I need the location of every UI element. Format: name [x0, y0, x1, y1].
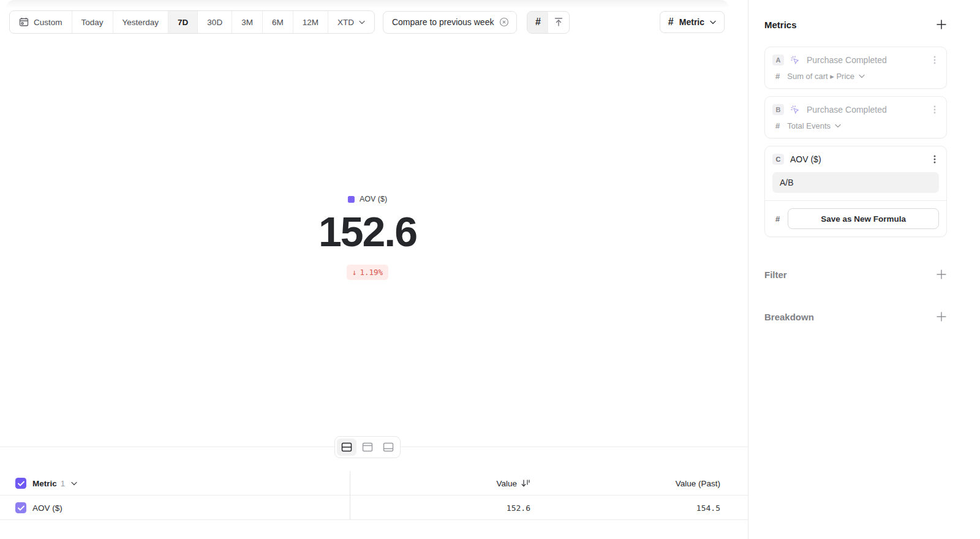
date-range-7d[interactable]: 7D: [168, 11, 198, 33]
table-header-metric-cell: Metric 1: [0, 471, 350, 496]
date-range-custom[interactable]: Custom: [10, 11, 72, 33]
chevron-down-icon: [835, 124, 841, 128]
date-range-yesterday[interactable]: Yesterday: [113, 11, 169, 33]
aggregation-selector[interactable]: Sum of cart ▸ Price: [787, 72, 865, 81]
filter-section-title: Filter: [764, 270, 787, 280]
hash-aggregation-icon: #: [775, 72, 780, 81]
arrow-to-bar-icon: [554, 17, 564, 27]
row-checkbox[interactable]: [15, 502, 26, 513]
add-breakdown-icon[interactable]: [936, 311, 947, 322]
legend-label: AOV ($): [360, 195, 387, 203]
table-row-metric-cell: AOV ($): [0, 496, 350, 520]
table-header-row: Metric 1 Value Value (Past): [0, 471, 748, 496]
breakdown-section-title: Breakdown: [764, 312, 814, 322]
formula-card-title: AOV ($): [790, 154, 924, 164]
metric-value: 152.6: [318, 211, 417, 252]
date-range-30d[interactable]: 30D: [198, 11, 232, 33]
hash-number-icon: #: [535, 17, 541, 28]
hash-formula-icon: #: [775, 214, 780, 224]
date-range-6m[interactable]: 6M: [263, 11, 293, 33]
metric-type-dropdown[interactable]: # Metric: [660, 11, 725, 33]
panel-divider: [0, 447, 748, 447]
main-panel: Custom Today Yesterday 7D 30D 3M 6M 12M …: [0, 0, 748, 539]
save-as-new-formula-button[interactable]: Save as New Formula: [788, 208, 939, 229]
layout-switcher: [334, 436, 401, 458]
layout-top-band-icon: [362, 442, 373, 452]
value-header-label: Value: [496, 479, 517, 488]
date-range-label: 7D: [178, 18, 188, 27]
card-divider: [765, 200, 946, 201]
date-range-3m[interactable]: 3M: [232, 11, 263, 33]
date-range-12m[interactable]: 12M: [293, 11, 328, 33]
layout-table-only-button[interactable]: [379, 439, 398, 456]
insights-report-app: Custom Today Yesterday 7D 30D 3M 6M 12M …: [0, 0, 980, 539]
event-sparkle-cursor-icon: [790, 105, 801, 115]
formula-input[interactable]: A/B: [772, 172, 939, 193]
event-sparkle-cursor-icon: [790, 55, 801, 66]
results-table: Metric 1 Value Value (Past): [0, 471, 748, 520]
chart-type-toggle-group: #: [527, 11, 570, 34]
big-number-visualization: AOV ($) 152.6 ↓ 1.19%: [318, 195, 417, 280]
metric-count: 1: [61, 479, 66, 488]
compare-to-previous-week-pill[interactable]: Compare to previous week: [383, 11, 518, 34]
sort-descending-icon: [521, 479, 530, 488]
remove-compare-icon[interactable]: [499, 17, 509, 27]
kebab-menu-icon[interactable]: [930, 55, 939, 65]
date-range-label: 6M: [272, 18, 284, 27]
chevron-down-icon: [710, 20, 716, 24]
date-range-label: 30D: [207, 18, 222, 27]
hash-metric-icon: #: [668, 17, 674, 28]
add-metric-icon[interactable]: [936, 19, 947, 30]
date-range-segmented-control: Custom Today Yesterday 7D 30D 3M 6M 12M …: [9, 10, 375, 34]
row-value-cell: 152.6: [350, 503, 539, 513]
calendar-icon: [19, 17, 29, 27]
delta-percent: 1.19%: [360, 268, 383, 277]
aggregation-selector[interactable]: Total Events: [787, 121, 841, 130]
date-range-label: 3M: [241, 18, 253, 27]
canvas-top-shadow: [6, 0, 729, 8]
add-filter-icon[interactable]: [936, 269, 947, 280]
row-value-past-cell: 154.5: [539, 503, 748, 513]
metric-card-b[interactable]: B Purchase Completed # Total Events: [764, 96, 947, 138]
metric-badge-a: A: [772, 55, 784, 66]
row-metric-label: AOV ($): [32, 503, 62, 513]
kebab-menu-icon[interactable]: [930, 154, 939, 164]
layout-split-button[interactable]: [337, 439, 356, 456]
table-row: AOV ($) 152.6 154.5: [0, 496, 748, 520]
value-column-header[interactable]: Value: [350, 479, 539, 488]
chart-type-number-button[interactable]: #: [527, 12, 548, 33]
select-all-checkbox[interactable]: [15, 478, 26, 489]
chevron-down-icon[interactable]: [71, 481, 77, 486]
date-range-xtd[interactable]: XTD: [328, 11, 374, 33]
metrics-section-header: Metrics: [764, 19, 947, 30]
date-range-label: Today: [81, 18, 104, 27]
filter-section-header: Filter: [764, 269, 947, 280]
query-builder-sidebar: Metrics A Purchase Completed # Sum of ca…: [748, 0, 980, 539]
chart-type-goal-button[interactable]: [548, 12, 569, 33]
layout-bottom-band-icon: [383, 442, 394, 452]
check-icon: [18, 505, 24, 511]
metric-card-a[interactable]: A Purchase Completed # Sum of cart ▸ Pri…: [764, 47, 947, 89]
date-range-today[interactable]: Today: [72, 11, 113, 33]
chart-legend: AOV ($): [318, 195, 417, 203]
metric-card-title: Purchase Completed: [807, 55, 924, 65]
value-past-column-header[interactable]: Value (Past): [539, 479, 748, 488]
metrics-section-title: Metrics: [764, 20, 797, 30]
layout-chart-only-button[interactable]: [358, 439, 377, 456]
metric-dropdown-label: Metric: [679, 17, 704, 27]
aggregation-label: Sum of cart ▸ Price: [787, 72, 854, 81]
value-past-header-label: Value (Past): [676, 479, 720, 488]
date-range-label: 12M: [303, 18, 318, 27]
date-range-label: XTD: [337, 18, 354, 27]
metric-badge-c: C: [772, 154, 784, 165]
kebab-menu-icon[interactable]: [930, 105, 939, 115]
date-range-label: Custom: [34, 18, 62, 27]
compare-pill-label: Compare to previous week: [392, 17, 494, 27]
chevron-down-icon: [859, 74, 865, 78]
breakdown-section-header: Breakdown: [764, 311, 947, 322]
arrow-down-icon: ↓: [352, 268, 357, 277]
metric-card-title: Purchase Completed: [807, 105, 924, 115]
metric-card-c-formula[interactable]: C AOV ($) A/B # Save as New Formula: [764, 146, 947, 237]
legend-color-swatch: [348, 196, 355, 203]
check-icon: [18, 481, 24, 486]
